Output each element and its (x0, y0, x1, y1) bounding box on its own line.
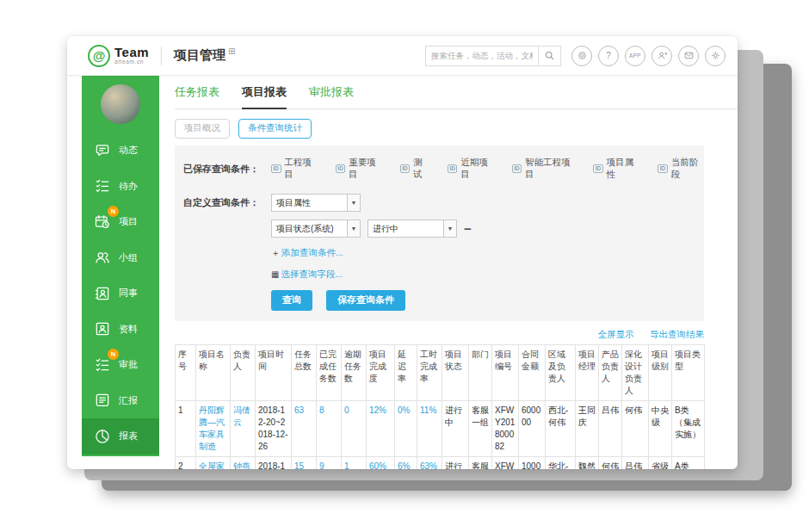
cell: 进行中 (442, 457, 469, 470)
cell-link[interactable]: 丹阳辉腾—汽车家具制造 (196, 401, 231, 457)
sidebar-item-label: 待办 (119, 180, 138, 193)
saved-condition-chip[interactable]: ID智能工程项目 (512, 157, 576, 181)
invite-user-icon[interactable] (652, 46, 672, 66)
cell: B类（集成实施） (672, 401, 705, 457)
column-header: 项目名称 (196, 345, 231, 401)
search-box (425, 46, 561, 66)
condition-field-select[interactable]: 项目状态(系统) ▼ (271, 220, 361, 238)
logo-at-icon: @ (88, 45, 110, 67)
condition-group-select[interactable]: 项目属性 ▼ (271, 194, 361, 212)
select-fields-link[interactable]: ▦选择查询字段... (271, 269, 343, 281)
condition-row: 项目状态(系统) ▼ 进行中 ▼ − (175, 220, 704, 238)
approval-checklist-icon (93, 356, 111, 374)
messages-icon[interactable] (678, 46, 699, 66)
cell-link[interactable]: 冯倩云 (231, 401, 256, 457)
app-logo[interactable]: @ Team atteam.cn (88, 45, 149, 67)
chevron-down-icon: ▼ (347, 220, 360, 237)
top-bar: @ Team atteam.cn 项目管理 ⊞ ?APP (67, 36, 738, 76)
saved-condition-label: 智能工程项目 (525, 157, 575, 181)
cell: 600000 (519, 401, 546, 457)
cell-link[interactable]: 6% (395, 457, 417, 470)
sidebar-item-label: 报表 (119, 430, 138, 442)
tab-task[interactable]: 任务报表 (175, 84, 219, 108)
id-badge-icon: ID (593, 164, 603, 174)
sidebar-item-label: 小组 (119, 251, 138, 264)
cell-link[interactable]: 60% (367, 457, 395, 470)
saved-condition-label: 工程项目 (285, 157, 318, 181)
add-condition-link[interactable]: ＋添加查询条件... (271, 247, 343, 259)
column-header: 逾期任务数 (342, 345, 367, 401)
saved-condition-chip[interactable]: ID当前阶段 (658, 157, 704, 181)
tab-approval[interactable]: 审批报表 (309, 84, 354, 108)
saved-condition-chip[interactable]: ID项目属性 (593, 157, 639, 181)
project-report-table: 序号项目名称负责人项目时间任务总数已完成任务数逾期任务数项目完成度延迟率工时完成… (175, 344, 705, 469)
cell-link[interactable]: 11% (417, 401, 442, 457)
saved-condition-label: 近期项目 (460, 157, 493, 181)
column-header: 延迟率 (395, 345, 417, 401)
save-query-button[interactable]: 保存查询条件 (326, 290, 405, 311)
cell-link[interactable]: 12% (367, 401, 395, 457)
cell: 客服二组 (469, 457, 492, 470)
app-center-icon[interactable]: APP (625, 46, 645, 66)
column-header: 部门 (469, 345, 492, 401)
cell: 进行中 (442, 401, 469, 457)
activity-icon[interactable] (571, 46, 592, 66)
cell-link[interactable]: 8 (317, 401, 342, 457)
cell: 魏然 (576, 457, 599, 470)
search-input[interactable] (426, 51, 538, 60)
saved-conditions-label: 已保存查询条件： (175, 163, 259, 176)
tab-project[interactable]: 项目报表 (242, 84, 287, 109)
project-overview-button[interactable]: 项目概况 (175, 119, 230, 139)
cell-link[interactable]: 9 (317, 457, 342, 470)
saved-condition-chip[interactable]: ID工程项目 (271, 157, 318, 181)
cell-link[interactable]: 0 (342, 401, 367, 457)
cell-link[interactable]: 全屋家具定制PM (196, 457, 231, 470)
cell: 省级 (649, 457, 672, 470)
cell: 2018-12-20~2018-12-26 (256, 401, 292, 457)
column-header: 已完成任务数 (317, 345, 342, 401)
cell-link[interactable]: 15 (292, 457, 317, 470)
sidebar-item-dongtai[interactable]: 动态 (82, 133, 159, 169)
query-button[interactable]: 查询 (271, 290, 312, 311)
help-icon[interactable]: ? (598, 46, 619, 66)
sidebar-item-ziliao[interactable]: 资料 (82, 312, 159, 348)
sidebar-item-label: 动态 (119, 144, 138, 157)
column-header: 项目状态 (442, 345, 469, 401)
sidebar-item-tongshi[interactable]: 同事 (82, 275, 159, 312)
sidebar-item-daiban[interactable]: 待办 (82, 169, 159, 205)
sidebar-item-baobiao[interactable]: 报表 (82, 418, 159, 455)
remove-condition-button[interactable]: − (464, 225, 472, 233)
saved-condition-chip[interactable]: ID近期项目 (448, 157, 494, 181)
table-row: 1丹阳辉腾—汽车家具制造冯倩云2018-12-20~2018-12-266380… (176, 401, 705, 457)
table-row: 2全屋家具定制PM钟燕2018-12-20~2018-12-21159160%6… (176, 457, 705, 470)
saved-condition-chip[interactable]: ID测试 (400, 157, 429, 181)
column-header: 深化设计负责人 (622, 345, 649, 401)
cell-link[interactable]: 63 (292, 401, 317, 457)
id-badge-icon: ID (400, 164, 411, 174)
cell-link[interactable]: 0% (395, 401, 417, 457)
saved-condition-list: ID工程项目ID重要项目ID测试ID近期项目ID智能工程项目ID项目属性ID当前… (271, 157, 704, 181)
condition-query-button[interactable]: 条件查询统计 (238, 119, 312, 139)
view-toggle: 项目概况 条件查询统计 (175, 119, 738, 139)
cell-link[interactable]: 63% (417, 457, 442, 470)
column-header: 序号 (176, 345, 196, 401)
sidebar-item-xiaozu[interactable]: 小组 (82, 240, 159, 276)
cell: 100000 (519, 457, 546, 470)
table-header-row: 序号项目名称负责人项目时间任务总数已完成任务数逾期任务数项目完成度延迟率工时完成… (176, 345, 705, 401)
fullscreen-link[interactable]: 全屏显示 (598, 329, 634, 339)
cell-link[interactable]: 1 (342, 457, 367, 470)
search-icon[interactable] (538, 46, 560, 65)
sidebar-item-huibao[interactable]: 汇报 (82, 383, 159, 419)
saved-condition-chip[interactable]: ID重要项目 (336, 157, 382, 181)
export-results-link[interactable]: 导出查询结果 (650, 329, 704, 339)
condition-value-select[interactable]: 进行中 ▼ (367, 220, 457, 238)
avatar[interactable] (101, 84, 140, 124)
saved-conditions-row: 已保存查询条件： ID工程项目ID重要项目ID测试ID近期项目ID智能工程项目I… (175, 157, 704, 181)
saved-condition-label: 当前阶段 (671, 157, 704, 181)
logo-tagline: atteam.cn (114, 59, 149, 65)
sidebar-item-shenpi[interactable]: 审批N (82, 347, 159, 383)
settings-icon[interactable] (705, 46, 726, 66)
cell-link[interactable]: 钟燕 (231, 457, 256, 470)
sidebar-item-xiangmu[interactable]: 项目N (82, 204, 159, 240)
app-switcher-icon[interactable]: ⊞ (228, 47, 235, 56)
